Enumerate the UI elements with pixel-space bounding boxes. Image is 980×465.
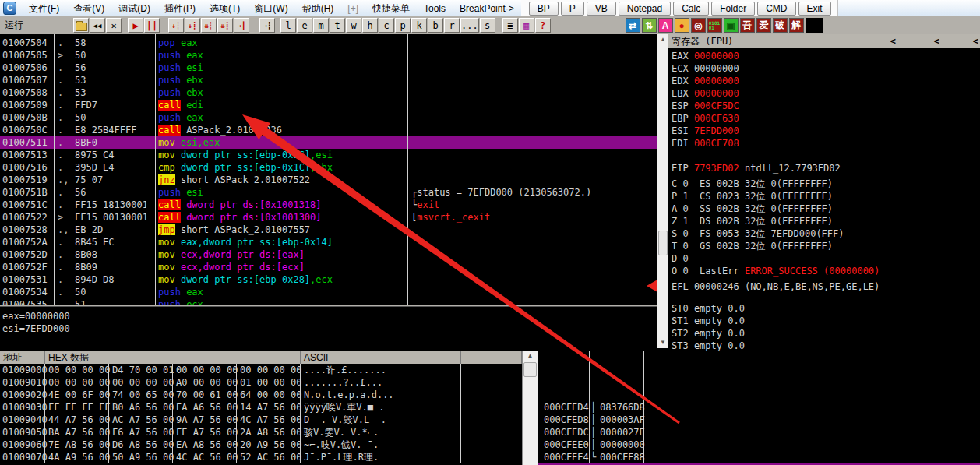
run-button[interactable]: ▶: [128, 18, 143, 33]
animate-into-button[interactable]: ⇊┆: [201, 18, 217, 33]
stack-row[interactable]: 000CFED4│083766D8: [538, 401, 980, 414]
swap-icon[interactable]: ⇄: [626, 18, 640, 33]
stack-row[interactable]: 000CFEE0│00000000: [538, 439, 980, 451]
p-button[interactable]: P: [561, 2, 584, 16]
menu-item-t[interactable]: 选项(T): [203, 1, 247, 16]
disasm-row[interactable]: 01007504.58pop eax: [0, 37, 657, 49]
run-trace-window-button[interactable]: ...: [460, 18, 479, 33]
disasm-row[interactable]: 01007506.56push esi: [0, 62, 657, 74]
black-box[interactable]: [806, 18, 823, 33]
register-row[interactable]: EAX 00000000: [672, 50, 980, 62]
disasm-row[interactable]: 01007528.,EB 2Djmp short ASPack_2.010075…: [0, 224, 657, 236]
fpu-row[interactable]: ST0 empty 0.0: [672, 302, 980, 315]
handles-window-button[interactable]: h: [362, 18, 378, 33]
menu-item-d[interactable]: 调试(D): [111, 1, 157, 16]
po-button[interactable]: 破: [773, 18, 788, 33]
register-row[interactable]: ECX 00000000: [672, 62, 980, 75]
disasm-row[interactable]: 0100752A.8B45 ECmov eax,dword ptr ss:[eb…: [0, 236, 657, 248]
disasm-row[interactable]: 0100751B.56push esi┌status = 7EFDD000 (2…: [0, 186, 657, 199]
target-icon[interactable]: ◎: [691, 18, 706, 33]
flag-row[interactable]: D 0: [672, 252, 980, 265]
dump-scrollbar[interactable]: ▲: [522, 351, 538, 465]
go-to-address-button[interactable]: →┇: [259, 18, 275, 33]
stack-pane[interactable]: 000CFED4│083766D8000CFED8│000003AF000CFE…: [538, 351, 980, 465]
exit-button[interactable]: Exit: [798, 2, 831, 16]
disasm-row[interactable]: 01007531.894D D8mov dword ptr ss:[ebp-0x…: [0, 273, 657, 286]
disasm-row[interactable]: 01007505>50push eax: [0, 49, 657, 62]
menu-item-h[interactable]: 帮助(H): [295, 1, 341, 16]
animate-over-button[interactable]: ⇊┋: [217, 18, 233, 33]
vb-button[interactable]: VB: [587, 2, 616, 16]
calc-button[interactable]: Calc: [673, 2, 709, 16]
disasm-row[interactable]: 01007511.8BF0mov esi,eax: [0, 136, 657, 149]
hexdump-row[interactable]: 010090204E 00 6F 0074 00 65 0070 00 61 0…: [0, 389, 522, 401]
bp-button[interactable]: BP: [529, 2, 559, 16]
flag-row[interactable]: T 0 GS 002B 32位 0(FFFFFFFF): [672, 240, 980, 252]
disasm-row[interactable]: 01007516.395D E4cmp dword ptr ss:[ebp-0x…: [0, 161, 657, 174]
disasm-row[interactable]: 01007507.53push ebx: [0, 74, 657, 86]
hexdump-row[interactable]: 0100904044 A7 56 00AC A7 56 009A A7 56 0…: [0, 414, 522, 426]
ai-button[interactable]: 爱: [756, 18, 771, 33]
menu-item-p[interactable]: 插件(P): [157, 1, 203, 16]
menu-item-f[interactable]: 文件(F): [22, 1, 66, 16]
source-window-button[interactable]: s: [480, 18, 495, 33]
register-row[interactable]: EBP 000CF630: [672, 112, 980, 125]
scroll-thumb[interactable]: [523, 362, 537, 377]
disasm-row[interactable]: 0100750B.50push eax: [0, 111, 657, 124]
executables-window-button[interactable]: e: [297, 18, 312, 33]
disasm-row[interactable]: 0100750C.E8 25B4FFFFcall ASPack_2.010029…: [0, 124, 657, 136]
register-row[interactable]: EDX 00000000: [672, 75, 980, 87]
flag-row[interactable]: C 0 ES 002B 32位 0(FFFFFFFF): [672, 178, 980, 190]
threads-window-button[interactable]: t: [330, 18, 345, 33]
step-over-button[interactable]: ↓┋: [185, 18, 200, 33]
disasm-row[interactable]: 01007535.51push ecx: [0, 298, 657, 305]
hexdump-row[interactable]: 010090704A A9 56 0050 A9 56 004C AC 56 0…: [0, 451, 522, 463]
disasm-row[interactable]: 0100751C.FF15 18130001call dword ptr ds:…: [0, 199, 657, 211]
memory-window-button[interactable]: m: [313, 18, 329, 33]
notepad-button[interactable]: Notepad: [619, 2, 671, 16]
open-file-button[interactable]: [73, 18, 89, 33]
register-row[interactable]: EBX 00000000: [672, 87, 980, 100]
options-window-button[interactable]: ▦: [519, 18, 534, 33]
scroll-up-icon[interactable]: ▲: [657, 34, 668, 45]
execute-till-return-button[interactable]: →┃: [234, 18, 249, 33]
register-row[interactable]: EIP 7793FD02 ntdll_12.7793FD02: [672, 162, 980, 174]
flag-row[interactable]: P 1 CS 0023 32位 0(FFFFFFFF): [672, 190, 980, 203]
up-down-icon[interactable]: ⇅: [642, 18, 657, 33]
flag-row[interactable]: Z 1 DS 002B 32位 0(FFFFFFFF): [672, 215, 980, 227]
call-stack-window-button[interactable]: k: [411, 18, 427, 33]
patches-window-button[interactable]: p: [395, 18, 411, 33]
menu-item-v[interactable]: 查看(V): [66, 1, 111, 16]
wu-button[interactable]: 吾: [740, 18, 755, 33]
cmd-button[interactable]: CMD: [757, 2, 795, 16]
register-row[interactable]: ESI 7EFDD000: [672, 125, 980, 137]
binary-icon[interactable]: 010101: [707, 18, 722, 33]
scroll-up-icon[interactable]: ▲: [523, 351, 538, 361]
register-row[interactable]: ESP 000CF5DC: [672, 100, 980, 112]
scroll-down-icon[interactable]: ▼: [657, 337, 668, 348]
disasm-row[interactable]: 0100752D.8B08mov ecx,dword ptr ds:[eax]: [0, 248, 657, 261]
stack-row[interactable]: 000CFEE4└000CFF88: [538, 451, 980, 463]
breakpoint-dot-icon[interactable]: ●: [675, 18, 689, 33]
help-button[interactable]: ?: [535, 18, 551, 33]
chevron-left-icon[interactable]: <: [934, 34, 939, 48]
disasm-row[interactable]: 01007513.8975 C4mov dword ptr ss:[ebp-0x…: [0, 149, 657, 161]
stack-row[interactable]: 000CFEDC│0000027E: [538, 426, 980, 439]
disasm-row[interactable]: 01007534.50push eax: [0, 286, 657, 298]
scroll-thumb[interactable]: [658, 231, 668, 255]
disasm-row[interactable]: 01007508.53push ebx: [0, 86, 657, 99]
disasm-scrollbar[interactable]: ▲ ▼: [657, 34, 668, 348]
flag-row[interactable]: S 0 FS 0053 32位 7EFDD000(FFF): [672, 227, 980, 240]
screen-icon[interactable]: ▣: [724, 18, 739, 33]
step-into-button[interactable]: ↓┆: [168, 18, 184, 33]
hexdump-row[interactable]: 01009030FF FF FF FFB0 A6 56 00EA A6 56 0…: [0, 401, 522, 414]
references-window-button[interactable]: r: [444, 18, 460, 33]
disasm-row[interactable]: 0100752F.8B09mov ecx,dword ptr ds:[ecx]: [0, 261, 657, 273]
menu-item-w[interactable]: 窗口(W): [247, 1, 294, 16]
flag-row[interactable]: A 0 SS 002B 32位 0(FFFFFFFF): [672, 203, 980, 215]
disasm-row[interactable]: 01007519.,75 07jnz short ASPack_2.010075…: [0, 174, 657, 186]
unicode-a-icon[interactable]: A: [658, 18, 673, 33]
cpu-window-button[interactable]: c: [379, 18, 394, 33]
close-button[interactable]: ✕: [106, 18, 122, 33]
fpu-row[interactable]: ST2 empty 0.0: [672, 327, 980, 340]
